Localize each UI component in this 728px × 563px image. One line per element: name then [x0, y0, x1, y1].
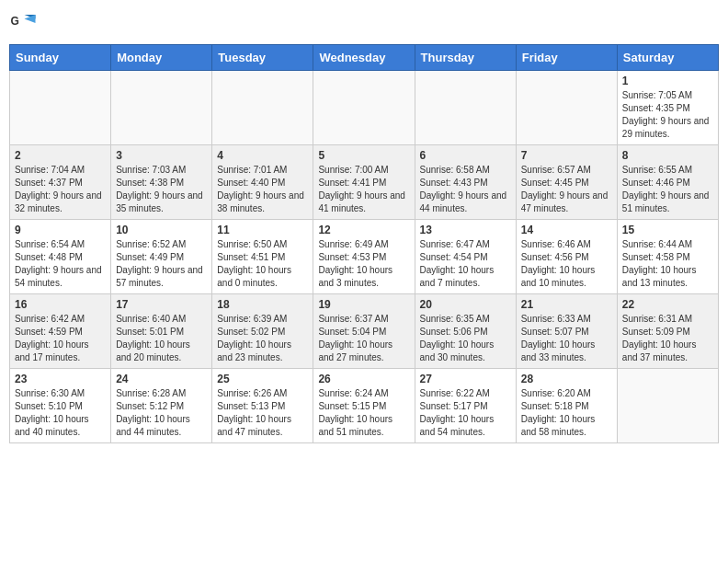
day-info: Sunrise: 7:00 AM Sunset: 4:41 PM Dayligh…	[318, 164, 409, 215]
day-info: Sunrise: 6:26 AM Sunset: 5:13 PM Dayligh…	[217, 387, 308, 439]
calendar-cell: 18Sunrise: 6:39 AM Sunset: 5:02 PM Dayli…	[212, 294, 313, 369]
calendar-cell: 13Sunrise: 6:47 AM Sunset: 4:54 PM Dayli…	[415, 220, 516, 294]
day-info: Sunrise: 6:54 AM Sunset: 4:48 PM Dayligh…	[15, 238, 106, 290]
calendar-week-row: 16Sunrise: 6:42 AM Sunset: 4:59 PM Dayli…	[10, 294, 719, 369]
calendar-cell: 4Sunrise: 7:01 AM Sunset: 4:40 PM Daylig…	[212, 145, 313, 220]
day-info: Sunrise: 6:47 AM Sunset: 4:54 PM Dayligh…	[420, 238, 511, 290]
day-info: Sunrise: 6:30 AM Sunset: 5:10 PM Dayligh…	[15, 387, 106, 439]
day-number: 18	[217, 298, 308, 311]
weekday-header-friday: Friday	[516, 45, 617, 71]
calendar-week-row: 23Sunrise: 6:30 AM Sunset: 5:10 PM Dayli…	[10, 369, 719, 443]
day-number: 1	[622, 75, 713, 87]
day-info: Sunrise: 6:35 AM Sunset: 5:06 PM Dayligh…	[420, 313, 511, 364]
day-info: Sunrise: 7:05 AM Sunset: 4:35 PM Dayligh…	[622, 89, 713, 141]
calendar-cell: 21Sunrise: 6:33 AM Sunset: 5:07 PM Dayli…	[516, 294, 617, 369]
calendar-cell: 6Sunrise: 6:58 AM Sunset: 4:43 PM Daylig…	[415, 145, 516, 220]
day-info: Sunrise: 6:20 AM Sunset: 5:18 PM Dayligh…	[521, 387, 612, 439]
day-number: 26	[318, 373, 409, 385]
day-number: 27	[420, 373, 511, 385]
day-info: Sunrise: 6:28 AM Sunset: 5:12 PM Dayligh…	[116, 387, 207, 439]
day-number: 12	[318, 224, 409, 236]
day-number: 16	[15, 298, 106, 311]
day-number: 4	[217, 149, 308, 162]
day-number: 5	[318, 149, 409, 162]
day-info: Sunrise: 6:42 AM Sunset: 4:59 PM Dayligh…	[15, 313, 106, 364]
calendar-cell	[617, 369, 718, 443]
calendar-cell: 17Sunrise: 6:40 AM Sunset: 5:01 PM Dayli…	[111, 294, 212, 369]
day-number: 20	[420, 298, 511, 311]
day-number: 25	[217, 373, 308, 385]
day-number: 24	[116, 373, 207, 385]
calendar-cell: 24Sunrise: 6:28 AM Sunset: 5:12 PM Dayli…	[111, 369, 212, 443]
calendar-cell: 11Sunrise: 6:50 AM Sunset: 4:51 PM Dayli…	[212, 220, 313, 294]
weekday-header-sunday: Sunday	[10, 45, 111, 71]
calendar-cell	[10, 71, 111, 145]
day-info: Sunrise: 6:37 AM Sunset: 5:04 PM Dayligh…	[318, 313, 409, 364]
calendar-cell: 23Sunrise: 6:30 AM Sunset: 5:10 PM Dayli…	[10, 369, 111, 443]
day-info: Sunrise: 6:58 AM Sunset: 4:43 PM Dayligh…	[420, 164, 511, 215]
calendar-cell: 27Sunrise: 6:22 AM Sunset: 5:17 PM Dayli…	[415, 369, 516, 443]
day-info: Sunrise: 6:40 AM Sunset: 5:01 PM Dayligh…	[116, 313, 207, 364]
calendar-cell: 12Sunrise: 6:49 AM Sunset: 4:53 PM Dayli…	[313, 220, 415, 294]
calendar-cell: 9Sunrise: 6:54 AM Sunset: 4:48 PM Daylig…	[10, 220, 111, 294]
header: G	[9, 9, 719, 37]
day-number: 2	[15, 149, 106, 162]
day-info: Sunrise: 6:49 AM Sunset: 4:53 PM Dayligh…	[318, 238, 409, 290]
calendar-cell: 26Sunrise: 6:24 AM Sunset: 5:15 PM Dayli…	[313, 369, 415, 443]
calendar-cell: 1Sunrise: 7:05 AM Sunset: 4:35 PM Daylig…	[617, 71, 718, 145]
day-info: Sunrise: 6:55 AM Sunset: 4:46 PM Dayligh…	[622, 164, 713, 215]
day-info: Sunrise: 6:24 AM Sunset: 5:15 PM Dayligh…	[318, 387, 409, 439]
calendar-cell: 14Sunrise: 6:46 AM Sunset: 4:56 PM Dayli…	[516, 220, 617, 294]
calendar-table: SundayMondayTuesdayWednesdayThursdayFrid…	[9, 44, 719, 443]
weekday-header-thursday: Thursday	[415, 45, 516, 71]
calendar-cell	[111, 71, 212, 145]
calendar-cell: 28Sunrise: 6:20 AM Sunset: 5:18 PM Dayli…	[516, 369, 617, 443]
day-number: 3	[116, 149, 207, 162]
day-info: Sunrise: 6:50 AM Sunset: 4:51 PM Dayligh…	[217, 238, 308, 290]
day-number: 19	[318, 298, 409, 311]
calendar-cell	[415, 71, 516, 145]
day-number: 9	[15, 224, 106, 236]
day-info: Sunrise: 6:57 AM Sunset: 4:45 PM Dayligh…	[521, 164, 612, 215]
day-number: 10	[116, 224, 207, 236]
calendar-week-row: 2Sunrise: 7:04 AM Sunset: 4:37 PM Daylig…	[10, 145, 719, 220]
day-info: Sunrise: 6:31 AM Sunset: 5:09 PM Dayligh…	[622, 313, 713, 364]
day-number: 15	[622, 224, 713, 236]
day-number: 14	[521, 224, 612, 236]
day-info: Sunrise: 6:39 AM Sunset: 5:02 PM Dayligh…	[217, 313, 308, 364]
calendar-cell	[516, 71, 617, 145]
logo-icon: G	[9, 9, 37, 37]
day-number: 17	[116, 298, 207, 311]
day-number: 13	[420, 224, 511, 236]
day-info: Sunrise: 6:44 AM Sunset: 4:58 PM Dayligh…	[622, 238, 713, 290]
calendar-cell: 5Sunrise: 7:00 AM Sunset: 4:41 PM Daylig…	[313, 145, 415, 220]
calendar-cell: 7Sunrise: 6:57 AM Sunset: 4:45 PM Daylig…	[516, 145, 617, 220]
calendar-cell: 8Sunrise: 6:55 AM Sunset: 4:46 PM Daylig…	[617, 145, 718, 220]
weekday-header-wednesday: Wednesday	[313, 45, 415, 71]
calendar-cell: 10Sunrise: 6:52 AM Sunset: 4:49 PM Dayli…	[111, 220, 212, 294]
weekday-header-monday: Monday	[111, 45, 212, 71]
day-info: Sunrise: 6:52 AM Sunset: 4:49 PM Dayligh…	[116, 238, 207, 290]
day-number: 6	[420, 149, 511, 162]
day-info: Sunrise: 6:33 AM Sunset: 5:07 PM Dayligh…	[521, 313, 612, 364]
calendar-week-row: 9Sunrise: 6:54 AM Sunset: 4:48 PM Daylig…	[10, 220, 719, 294]
day-number: 23	[15, 373, 106, 385]
calendar-cell: 22Sunrise: 6:31 AM Sunset: 5:09 PM Dayli…	[617, 294, 718, 369]
calendar-cell: 19Sunrise: 6:37 AM Sunset: 5:04 PM Dayli…	[313, 294, 415, 369]
calendar-cell: 3Sunrise: 7:03 AM Sunset: 4:38 PM Daylig…	[111, 145, 212, 220]
calendar-cell: 16Sunrise: 6:42 AM Sunset: 4:59 PM Dayli…	[10, 294, 111, 369]
day-info: Sunrise: 7:04 AM Sunset: 4:37 PM Dayligh…	[15, 164, 106, 215]
day-info: Sunrise: 7:01 AM Sunset: 4:40 PM Dayligh…	[217, 164, 308, 215]
svg-text:G: G	[11, 15, 19, 28]
weekday-header-saturday: Saturday	[617, 45, 718, 71]
calendar-cell: 15Sunrise: 6:44 AM Sunset: 4:58 PM Dayli…	[617, 220, 718, 294]
day-number: 8	[622, 149, 713, 162]
day-number: 21	[521, 298, 612, 311]
day-number: 22	[622, 298, 713, 311]
calendar-week-row: 1Sunrise: 7:05 AM Sunset: 4:35 PM Daylig…	[10, 71, 719, 145]
weekday-header-tuesday: Tuesday	[212, 45, 313, 71]
calendar-cell: 2Sunrise: 7:04 AM Sunset: 4:37 PM Daylig…	[10, 145, 111, 220]
day-info: Sunrise: 6:22 AM Sunset: 5:17 PM Dayligh…	[420, 387, 511, 439]
logo: G	[9, 9, 40, 37]
calendar-cell: 20Sunrise: 6:35 AM Sunset: 5:06 PM Dayli…	[415, 294, 516, 369]
